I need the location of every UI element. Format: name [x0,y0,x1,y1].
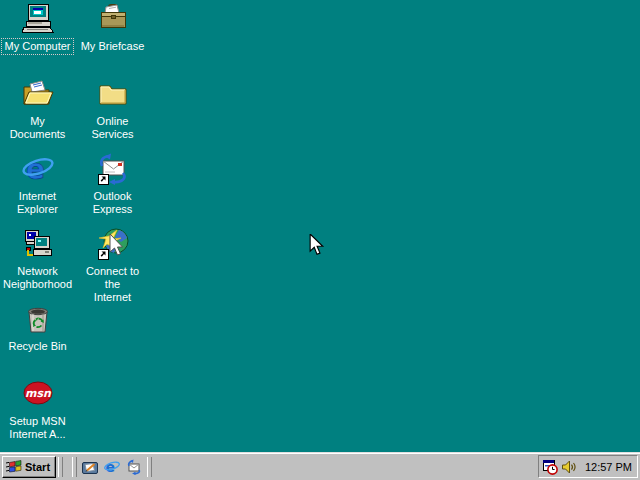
internet-explorer-small-icon: e [104,459,120,475]
start-button-label: Start [25,461,50,473]
volume-tray-icon[interactable] [561,459,577,475]
icon-label: Internet Explorer [14,188,61,218]
desktop-icon-outlook-express[interactable]: Outlook Express [75,153,150,218]
connect-internet-icon [97,228,129,260]
desktop[interactable]: My Computer My Documents e Internet Expl… [0,0,640,452]
tray-clock[interactable]: 12:57 PM [585,461,632,473]
quick-launch-internet-explorer-button[interactable]: e [102,457,122,477]
desktop-icon-setup-msn[interactable]: msn Setup MSN Internet A... [0,378,75,443]
toolbar-handle[interactable] [58,457,63,477]
network-neighborhood-icon [22,228,54,260]
icon-label: Setup MSN Internet A... [6,413,68,443]
windows-logo-icon [6,459,22,474]
folder-icon [97,78,129,110]
system-tray: 12:57 PM [538,455,638,478]
icon-label: My Briefcase [78,38,148,55]
quick-launch-handle[interactable] [72,457,77,477]
internet-explorer-icon: e [22,153,54,185]
recycle-bin-icon [22,303,54,335]
desktop-icon-internet-explorer[interactable]: e Internet Explorer [0,153,75,218]
desktop-icon-connect-to-internet[interactable]: Connect to the Internet [75,228,150,306]
icon-label: Connect to the Internet [75,263,150,306]
taskbar: Start e [0,452,640,480]
msn-icon: msn [22,378,54,410]
show-desktop-icon [82,459,98,475]
svg-text:e: e [106,459,116,475]
svg-text:msn: msn [25,387,52,400]
toolbar-handle[interactable] [147,457,152,477]
my-computer-icon [22,3,54,35]
icon-label: Recycle Bin [5,338,69,355]
quick-launch-show-desktop-button[interactable] [80,457,100,477]
icon-label: My Computer [1,38,73,55]
start-button[interactable]: Start [2,456,56,478]
briefcase-icon [97,3,129,35]
desktop-icon-my-briefcase[interactable]: My Briefcase [75,3,150,55]
desktop-icon-my-documents[interactable]: My Documents [0,78,75,143]
desktop-icon-my-computer[interactable]: My Computer [0,3,75,55]
icon-label: Online Services [88,113,136,143]
outlook-express-icon [97,153,129,185]
icon-label: My Documents [0,113,75,143]
desktop-icon-online-services[interactable]: Online Services [75,78,150,143]
svg-text:e: e [26,153,45,185]
desktop-icon-network-neighborhood[interactable]: Network Neighborhood [0,228,75,293]
outlook-express-small-icon [126,459,142,475]
icon-label: Network Neighborhood [0,263,75,293]
icon-label: Outlook Express [90,188,136,218]
task-scheduler-tray-icon[interactable] [542,459,558,475]
open-folder-icon [22,78,54,110]
desktop-icon-recycle-bin[interactable]: Recycle Bin [0,303,75,355]
quick-launch-outlook-express-button[interactable] [124,457,144,477]
